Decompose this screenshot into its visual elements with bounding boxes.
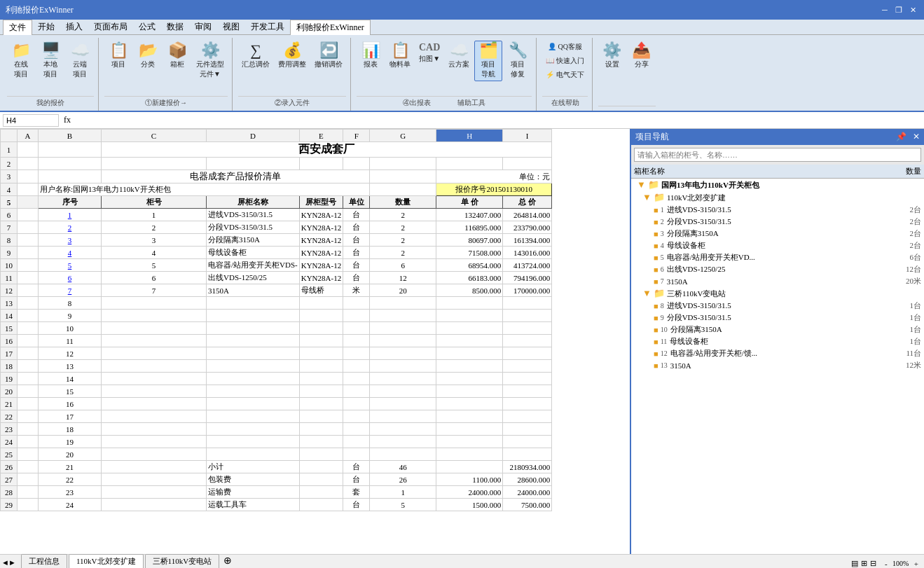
cell-packaging-uprice[interactable]: 1100.000 bbox=[436, 473, 503, 486]
cell-unit-5[interactable]: 台 bbox=[343, 259, 370, 272]
zoom-out-btn[interactable]: - bbox=[885, 560, 888, 568]
cell-uprice-7[interactable]: 8500.000 bbox=[436, 284, 503, 297]
cell-transport-total[interactable]: 24000.000 bbox=[503, 486, 552, 499]
normal-view-icon[interactable]: ▤ bbox=[851, 559, 858, 568]
cell-uprice-2[interactable]: 116895.000 bbox=[436, 221, 503, 234]
menu-formula[interactable]: 公式 bbox=[133, 20, 161, 34]
zoom-in-btn[interactable]: + bbox=[914, 560, 918, 568]
cell-name-4[interactable]: 母线设备柜 bbox=[207, 247, 300, 259]
cell-tprice-3[interactable]: 161394.000 bbox=[503, 234, 552, 247]
ribbon-btn-category[interactable]: 📂 分类 bbox=[134, 41, 162, 71]
menu-insert[interactable]: 插入 bbox=[60, 20, 88, 34]
cell-cabno-6[interactable]: 6 bbox=[102, 272, 207, 284]
col-header-c[interactable]: C bbox=[102, 130, 207, 142]
cell-qty-4[interactable]: 2 bbox=[370, 247, 436, 259]
ribbon-btn-online-project[interactable]: 📁 在线项目 bbox=[7, 41, 35, 81]
cell-seq-5[interactable]: 5 bbox=[39, 259, 102, 272]
close-panel-icon[interactable]: ✕ bbox=[913, 132, 920, 141]
cell-model-4[interactable]: KYN28A-12 bbox=[299, 247, 343, 259]
cell-name-7[interactable]: 3150A bbox=[207, 284, 300, 297]
cell-tprice-1[interactable]: 264814.000 bbox=[503, 209, 552, 221]
cell-packaging-total[interactable]: 28600.000 bbox=[503, 473, 552, 486]
cell-b1[interactable] bbox=[39, 142, 102, 158]
cell-cabno-5[interactable]: 5 bbox=[102, 259, 207, 272]
tree-item-13[interactable]: ■ 13 3150A 12米 bbox=[631, 359, 924, 371]
cell-seq-1[interactable]: 1 bbox=[39, 209, 102, 221]
tree-folder-1[interactable]: ▼ 📁 110kV北郊变扩建 bbox=[631, 191, 924, 204]
cell-qty-1[interactable]: 2 bbox=[370, 209, 436, 221]
cell-subtotal-unit[interactable]: 台 bbox=[343, 461, 370, 473]
cell-seq-22[interactable]: 22 bbox=[39, 473, 102, 486]
tree-item-2[interactable]: ■ 2 分段VDS-3150/31.5 2台 bbox=[631, 216, 924, 228]
pagebreak-view-icon[interactable]: ⊞ bbox=[861, 559, 867, 568]
col-header-h[interactable]: H bbox=[436, 130, 503, 142]
ribbon-btn-materials[interactable]: 📋 物料单 bbox=[386, 41, 414, 71]
ribbon-btn-component-select[interactable]: ⚙️ 元件选型元件▼ bbox=[193, 41, 228, 81]
add-sheet-btn[interactable]: ⊕ bbox=[223, 555, 232, 568]
cell-uprice-5[interactable]: 68954.000 bbox=[436, 259, 503, 272]
cell-tprice-6[interactable]: 794196.000 bbox=[503, 272, 552, 284]
ribbon-btn-cloud-project[interactable]: ☁️ 云端项目 bbox=[66, 41, 94, 81]
header-seqno[interactable]: 序号 bbox=[39, 196, 102, 209]
cell-a1[interactable] bbox=[18, 142, 39, 158]
cell-c1-title[interactable]: 西安成套厂 bbox=[102, 142, 552, 158]
page-layout-icon[interactable]: ⊟ bbox=[870, 559, 876, 568]
cell-seq-3[interactable]: 3 bbox=[39, 234, 102, 247]
cell-vehicle-uprice[interactable]: 1500.000 bbox=[436, 499, 503, 511]
cell-seq-4[interactable]: 4 bbox=[39, 247, 102, 259]
cell-cabno-2[interactable]: 2 bbox=[102, 221, 207, 234]
tree-item-1[interactable]: ■ 1 进线VDS-3150/31.5 2台 bbox=[631, 204, 924, 216]
menu-start[interactable]: 开始 bbox=[32, 20, 60, 34]
col-header-d[interactable]: D bbox=[207, 130, 300, 142]
menu-data[interactable]: 数据 bbox=[161, 20, 189, 34]
cell-name-6[interactable]: 出线VDS-1250/25 bbox=[207, 272, 300, 284]
ribbon-btn-cad[interactable]: CAD 扣图▼ bbox=[415, 41, 443, 66]
cell-model-3[interactable]: KYN28A-12 bbox=[299, 234, 343, 247]
tree-item-10[interactable]: ■ 10 分段隔离3150A 1台 bbox=[631, 324, 924, 335]
cell-vehicle-unit[interactable]: 台 bbox=[343, 499, 370, 511]
cell-unit-6[interactable]: 台 bbox=[343, 272, 370, 284]
cell-uprice-6[interactable]: 66183.000 bbox=[436, 272, 503, 284]
cell-tprice-2[interactable]: 233790.000 bbox=[503, 221, 552, 234]
cell-tprice-5[interactable]: 413724.000 bbox=[503, 259, 552, 272]
ribbon-btn-cabinet[interactable]: 📦 箱柜 bbox=[163, 41, 191, 71]
sheet-tab-sanqiao[interactable]: 三桥110kV变电站 bbox=[145, 554, 220, 568]
ribbon-btn-electric[interactable]: ⚡ 电气天下 bbox=[542, 69, 588, 81]
sheet-container[interactable]: A B C D E F G H I 1 bbox=[0, 129, 630, 554]
cell-seq-21[interactable]: 21 bbox=[39, 461, 102, 473]
cell-vehicle-qty[interactable]: 5 bbox=[370, 499, 436, 511]
cabinet-search-input[interactable] bbox=[634, 148, 921, 162]
cell-transport-label[interactable]: 运输费 bbox=[207, 486, 300, 499]
cell-vehicle-label[interactable]: 运载工具车 bbox=[207, 499, 300, 511]
cell-name-5[interactable]: 电容器/站用变开关柜VDS- bbox=[207, 259, 300, 272]
cell-qty-6[interactable]: 12 bbox=[370, 272, 436, 284]
tree-item-12[interactable]: ■ 12 电容器/站用变开关柜/馈... 11台 bbox=[631, 347, 924, 359]
tree-item-5[interactable]: ■ 5 电容器/站用变开关柜VD... 6台 bbox=[631, 251, 924, 263]
col-header-f[interactable]: F bbox=[343, 130, 370, 142]
cell-qty-7[interactable]: 20 bbox=[370, 284, 436, 297]
col-header-i[interactable]: I bbox=[503, 130, 552, 142]
ribbon-btn-undo-adjust[interactable]: ↩️ 撤销调价 bbox=[311, 41, 346, 71]
cell-c3-subtitle[interactable]: 电器成套产品报价清单 bbox=[102, 170, 370, 183]
cell-subtotal-qty[interactable]: 46 bbox=[370, 461, 436, 473]
cell-unit-3[interactable]: 台 bbox=[343, 234, 370, 247]
formula-input[interactable]: =CONCATENATE("报价序号",工程信息!B7) bbox=[76, 114, 921, 127]
pin-icon[interactable]: 📌 bbox=[896, 132, 906, 141]
cell-unit-2[interactable]: 台 bbox=[343, 221, 370, 234]
header-total-price[interactable]: 总 价 bbox=[503, 196, 552, 209]
header-cabinet-model[interactable]: 屏柜型号 bbox=[299, 196, 343, 209]
cell-qty-5[interactable]: 6 bbox=[370, 259, 436, 272]
close-btn[interactable]: ✕ bbox=[907, 4, 918, 15]
cell-cabno-4[interactable]: 4 bbox=[102, 247, 207, 259]
sheet-tab-engineering[interactable]: 工程信息 bbox=[21, 554, 67, 568]
ribbon-btn-quickstart[interactable]: 📖 快速入门 bbox=[542, 55, 588, 67]
tree-item-6[interactable]: ■ 6 出线VDS-1250/25 12台 bbox=[631, 263, 924, 275]
ribbon-btn-share[interactable]: 📤 分享 bbox=[628, 41, 656, 71]
cell-tprice-4[interactable]: 143016.000 bbox=[503, 247, 552, 259]
cell-b4-user[interactable]: 用户名称:国网13年电力110kV开关柜包 bbox=[39, 183, 370, 196]
cell-seq-7[interactable]: 7 bbox=[39, 284, 102, 297]
ribbon-btn-project-nav[interactable]: 🗂️ 项目导航 bbox=[474, 41, 502, 81]
cell-transport-unit[interactable]: 套 bbox=[343, 486, 370, 499]
cell-unit-4[interactable]: 台 bbox=[343, 247, 370, 259]
cell-cabno-7[interactable]: 7 bbox=[102, 284, 207, 297]
